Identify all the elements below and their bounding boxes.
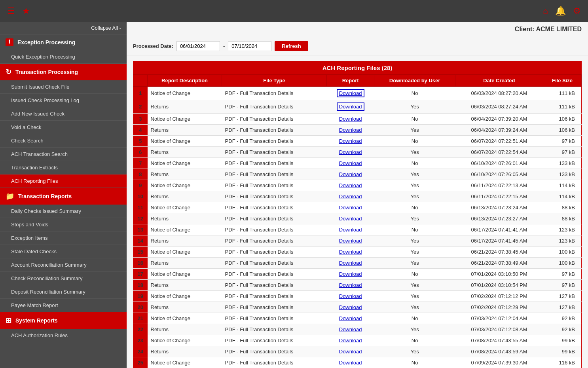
sidebar-section-transaction-processing[interactable]: ↻ Transaction Processing [0, 64, 127, 80]
download-link-12[interactable]: Download [330, 216, 371, 222]
row-date: 07/01/2024 03:10:54 PM [455, 280, 543, 291]
download-link-17[interactable]: Download [330, 271, 371, 277]
col-header-report: Report [326, 75, 374, 87]
sidebar-item-payee-match-report[interactable]: Payee Match Report [0, 299, 127, 312]
refresh-button[interactable]: Refresh [275, 41, 308, 51]
refresh-icon: ↻ [6, 68, 11, 76]
download-link-18[interactable]: Download [330, 282, 371, 288]
row-date: 07/08/2024 07:43:59 AM [455, 346, 543, 357]
row-date: 06/03/2024 08:27:24 AM [455, 100, 543, 114]
star-icon[interactable]: ★ [22, 6, 30, 16]
sidebar-item-deposit-reconciliation[interactable]: Deposit Reconciliation Summary [0, 285, 127, 299]
download-link-7[interactable]: Download [330, 160, 371, 166]
sidebar-item-quick-exception-processing[interactable]: Quick Exception Processing [0, 50, 127, 64]
sidebar-section-system-reports[interactable]: ⊞ System Reports [0, 312, 127, 329]
download-link-22[interactable]: Download [330, 326, 371, 332]
download-link-15[interactable]: Download [330, 249, 371, 255]
row-num-21: 21 [133, 313, 148, 324]
menu-icon[interactable]: ☰ [7, 6, 15, 16]
row-num-16: 16 [133, 258, 148, 269]
row-date: 06/04/2024 07:39:24 AM [455, 125, 543, 136]
row-downloaded: Yes [374, 346, 455, 357]
row-downloaded: Yes [374, 169, 455, 180]
download-link-24[interactable]: Download [330, 349, 371, 355]
sidebar-section-exception-processing[interactable]: ! Exception Processing [0, 34, 127, 50]
row-num-24: 24 [133, 346, 148, 357]
settings-icon[interactable]: ⚙ [573, 6, 581, 16]
row-num-3: 3 [133, 114, 148, 125]
sidebar-item-issued-check-log[interactable]: Issued Check Processing Log [0, 94, 127, 107]
sidebar-section-transaction-reports[interactable]: 📁 Transaction Reports [0, 188, 127, 205]
sidebar-item-stops-and-voids[interactable]: Stops and Voids [0, 218, 127, 231]
download-link-25[interactable]: Download [330, 360, 371, 366]
top-header: ☰ ★ ⌂ 🔔 ⚙ [0, 0, 588, 22]
download-link-1[interactable]: Download [337, 89, 364, 97]
row-report-cell: Download [326, 313, 374, 324]
row-size: 92 kB [543, 313, 582, 324]
row-filetype: PDF - Full Transaction Details [222, 235, 327, 247]
home-icon[interactable]: ⌂ [543, 6, 548, 16]
sidebar-item-check-search[interactable]: Check Search [0, 134, 127, 148]
sidebar-item-check-reconciliation[interactable]: Check Reconciliation Summary [0, 272, 127, 285]
download-link-13[interactable]: Download [330, 227, 371, 233]
sidebar-item-add-new-issued-check[interactable]: Add New Issued Check [0, 107, 127, 121]
download-link-10[interactable]: Download [330, 193, 371, 199]
row-report-cell: Download [326, 324, 374, 335]
download-link-5[interactable]: Download [330, 138, 371, 144]
download-link-8[interactable]: Download [330, 171, 371, 177]
row-desc: Returns [148, 235, 222, 247]
row-filetype: PDF - Full Transaction Details [222, 224, 327, 235]
download-link-2[interactable]: Download [337, 102, 364, 111]
date-to-input[interactable] [228, 41, 271, 51]
sidebar-item-ach-reporting-files[interactable]: ACH Reporting Files [0, 175, 127, 188]
download-link-23[interactable]: Download [330, 338, 371, 343]
download-link-19[interactable]: Download [330, 293, 371, 299]
col-header-date: Date Created [455, 75, 543, 87]
sidebar-item-account-reconciliation[interactable]: Account Reconciliation Summary [0, 258, 127, 272]
row-date: 06/13/2024 07:23:24 AM [455, 202, 543, 213]
row-downloaded: Yes [374, 280, 455, 291]
row-filetype: PDF - Full Transaction Details [222, 324, 327, 335]
sidebar-item-void-check[interactable]: Void a Check [0, 121, 127, 134]
row-num-20: 20 [133, 302, 148, 313]
sidebar-item-ach-transaction-search[interactable]: ACH Transaction Search [0, 148, 127, 161]
bell-icon[interactable]: 🔔 [555, 6, 566, 16]
table-row: 22ReturnsPDF - Full Transaction DetailsD… [133, 324, 582, 335]
row-date: 07/01/2024 03:10:50 PM [455, 269, 543, 280]
row-filetype: PDF - Full Transaction Details [222, 247, 327, 258]
row-date: 06/13/2024 07:23:27 AM [455, 213, 543, 224]
row-num-13: 13 [133, 224, 148, 235]
row-filetype: PDF - Full Transaction Details [222, 87, 327, 100]
collapse-all-button[interactable]: Collapse All - [0, 22, 127, 34]
download-link-6[interactable]: Download [330, 149, 371, 155]
date-from-input[interactable] [176, 41, 220, 51]
row-downloaded: Yes [374, 247, 455, 258]
download-link-14[interactable]: Download [330, 238, 371, 244]
sidebar-item-ach-auth-rules[interactable]: ACH Authorization Rules [0, 329, 127, 342]
sidebar-item-exception-items[interactable]: Exception Items [0, 231, 127, 245]
download-link-4[interactable]: Download [330, 127, 371, 133]
row-desc: Notice of Change [148, 224, 222, 235]
row-report-cell: Download [326, 247, 374, 258]
download-link-3[interactable]: Download [330, 116, 371, 122]
sidebar-item-stale-dated-checks[interactable]: Stale Dated Checks [0, 245, 127, 258]
row-filetype: PDF - Full Transaction Details [222, 114, 327, 125]
row-desc: Returns [148, 302, 222, 313]
download-link-21[interactable]: Download [330, 315, 371, 321]
sidebar-section-label-system: System Reports [15, 317, 58, 324]
sidebar-item-transaction-extracts[interactable]: Transaction Extracts [0, 161, 127, 175]
row-size: 100 kB [543, 258, 582, 269]
header-left-icons: ☰ ★ [7, 6, 30, 16]
table-title: ACH Reporting Files (28) [133, 61, 582, 75]
sidebar-item-submit-issued-check[interactable]: Submit Issued Check File [0, 80, 127, 94]
row-size: 111 kB [543, 100, 582, 114]
row-num-17: 17 [133, 269, 148, 280]
sidebar-item-daily-checks[interactable]: Daily Checks Issued Summary [0, 205, 127, 218]
download-link-9[interactable]: Download [330, 182, 371, 188]
row-report-cell: Download [326, 202, 374, 213]
row-report-cell: Download [326, 213, 374, 224]
download-link-11[interactable]: Download [330, 205, 371, 211]
row-size: 92 kB [543, 324, 582, 335]
download-link-16[interactable]: Download [330, 260, 371, 266]
download-link-20[interactable]: Download [330, 304, 371, 310]
